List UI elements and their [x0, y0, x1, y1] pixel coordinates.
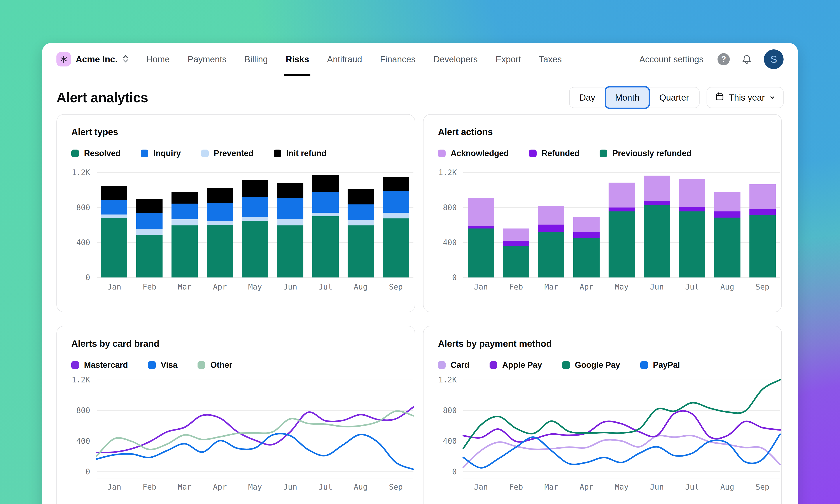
legend-swatch: [562, 361, 570, 369]
nav-item-antifraud[interactable]: Antifraud: [327, 43, 362, 76]
bar-segment: [312, 216, 339, 277]
x-tick-label: Mar: [544, 483, 558, 491]
nav-item-home[interactable]: Home: [146, 43, 170, 76]
bar-segment: [503, 241, 529, 246]
bar-segment: [644, 176, 670, 201]
bar-segment: [383, 213, 409, 218]
legend-item-resolved: Resolved: [71, 149, 121, 158]
bar-segment: [714, 218, 740, 277]
bar-segment: [136, 235, 162, 277]
org-switcher[interactable]: Acme Inc.: [56, 52, 129, 67]
period-option-quarter[interactable]: Quarter: [649, 88, 699, 108]
help-icon[interactable]: ?: [717, 53, 730, 66]
period-option-day[interactable]: Day: [570, 88, 605, 108]
legend-swatch: [198, 361, 205, 369]
x-tick-label: Jan: [107, 483, 121, 491]
legend-swatch: [489, 361, 497, 369]
legend-swatch: [640, 361, 648, 369]
chart-title: Alert types: [71, 127, 400, 137]
x-tick-label: May: [615, 283, 628, 291]
period-option-month[interactable]: Month: [605, 86, 650, 109]
y-tick-label: 0: [452, 273, 457, 282]
x-tick-label: Feb: [143, 483, 156, 491]
bar-segment: [347, 226, 374, 277]
nav-account-settings[interactable]: Account settings: [639, 54, 704, 64]
nav-item-billing[interactable]: Billing: [245, 43, 268, 76]
chart-plot: 04008001.2KJanFebMarAprMayJunJulAugSep: [57, 163, 414, 298]
legend-label: Init refund: [286, 149, 327, 158]
x-tick-label: Feb: [143, 283, 156, 291]
nav-item-taxes[interactable]: Taxes: [539, 43, 562, 76]
bar-segment: [172, 219, 198, 226]
y-tick-label: 0: [86, 467, 90, 476]
legend-item-inquiry: Inquiry: [141, 149, 181, 158]
nav-item-payments[interactable]: Payments: [188, 43, 227, 76]
y-tick-label: 800: [443, 406, 457, 415]
bar-segment: [609, 208, 635, 212]
legend-swatch: [71, 149, 79, 157]
x-tick-label: Jun: [283, 283, 297, 291]
org-name: Acme Inc.: [76, 54, 118, 65]
chart-title: Alert actions: [438, 127, 767, 137]
x-tick-label: May: [615, 483, 628, 491]
legend-swatch: [148, 361, 156, 369]
nav-item-export[interactable]: Export: [496, 43, 521, 76]
y-tick-label: 1.2K: [439, 375, 457, 384]
x-tick-label: Feb: [509, 283, 523, 291]
bar-segment: [383, 218, 409, 277]
bar-segment: [383, 191, 409, 213]
nav-item-finances[interactable]: Finances: [380, 43, 415, 76]
avatar[interactable]: S: [764, 50, 784, 69]
page-title: Alert analytics: [56, 90, 148, 105]
bar-segment: [172, 203, 198, 219]
bar-segment: [468, 226, 494, 229]
legend-item-other: Other: [198, 360, 232, 370]
x-tick-label: Apr: [580, 483, 593, 491]
line-series-apple-pay: [463, 411, 780, 442]
x-tick-label: Sep: [755, 283, 769, 291]
x-tick-label: Apr: [580, 283, 593, 291]
x-tick-label: Jun: [650, 483, 664, 491]
bar-segment: [714, 192, 740, 212]
bar-segment: [573, 232, 600, 238]
legend-item-refunded: Refunded: [529, 149, 580, 158]
y-tick-label: 400: [443, 437, 457, 445]
x-tick-label: Aug: [354, 483, 368, 491]
notifications-icon[interactable]: [741, 53, 753, 66]
x-tick-label: Sep: [755, 483, 769, 491]
chart-card-alert-types: Alert types ResolvedInquiryPreventedInit…: [56, 114, 415, 312]
y-tick-label: 400: [443, 238, 457, 247]
legend-item-mastercard: Mastercard: [71, 360, 128, 370]
y-tick-label: 400: [76, 437, 90, 445]
date-range-button[interactable]: This year: [707, 87, 784, 108]
calendar-icon: [715, 92, 725, 104]
bar-segment: [242, 180, 268, 197]
bar-segment: [679, 179, 705, 207]
bar-segment: [538, 232, 565, 277]
nav-item-risks[interactable]: Risks: [286, 43, 309, 76]
legend-item-google-pay: Google Pay: [562, 360, 620, 370]
legend-swatch: [529, 149, 537, 157]
legend-item-paypal: PayPal: [640, 360, 680, 370]
line-series-mastercard: [97, 407, 413, 452]
bar-segment: [172, 226, 198, 277]
legend-label: Other: [210, 360, 232, 370]
legend-label: Mastercard: [84, 360, 128, 370]
chart-plot: 04008001.2KJanFebMarAprMayJunJulAugSep: [57, 374, 414, 497]
legend-swatch: [201, 149, 209, 157]
y-tick-label: 0: [452, 467, 457, 476]
x-tick-label: Sep: [389, 483, 403, 491]
bar-segment: [312, 192, 339, 213]
bar-segment: [573, 217, 600, 232]
bar-segment: [207, 225, 233, 277]
nav-item-developers[interactable]: Developers: [433, 43, 478, 76]
y-tick-label: 1.2K: [72, 375, 90, 384]
bar-segment: [749, 215, 776, 277]
legend-label: Prevented: [214, 149, 253, 158]
legend-item-prevented: Prevented: [201, 149, 253, 158]
chart-canvas: 04008001.2KJanFebMarAprMayJunJulAugSep: [424, 374, 782, 497]
bar-segment: [679, 207, 705, 212]
legend-item-previously-refunded: Previously refunded: [600, 149, 692, 158]
bar-segment: [136, 229, 162, 235]
bar-segment: [136, 199, 162, 213]
